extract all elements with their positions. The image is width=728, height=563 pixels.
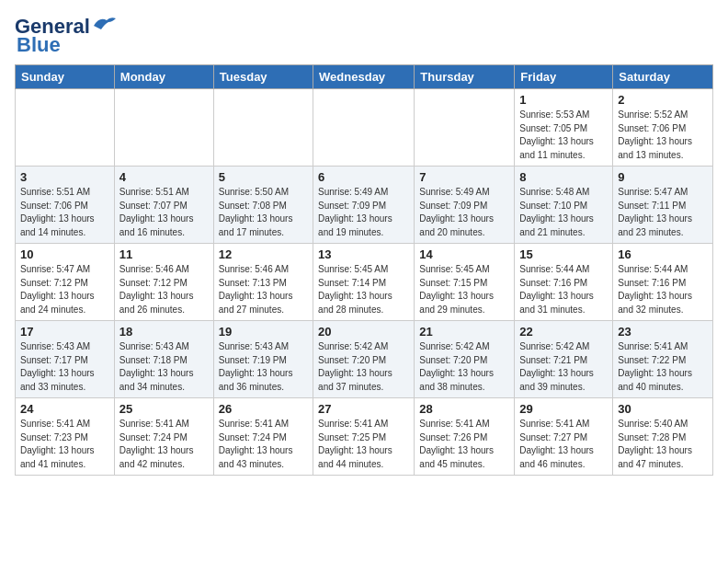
day-number: 24 bbox=[20, 402, 109, 416]
day-info: Sunrise: 5:49 AM Sunset: 7:09 PM Dayligh… bbox=[318, 186, 409, 239]
calendar-day-cell: 24Sunrise: 5:41 AM Sunset: 7:23 PM Dayli… bbox=[16, 398, 115, 476]
day-info: Sunrise: 5:45 AM Sunset: 7:15 PM Dayligh… bbox=[419, 263, 509, 316]
logo: General Blue bbox=[15, 15, 118, 57]
weekday-header-wednesday: Wednesday bbox=[313, 65, 415, 89]
calendar-header-row: SundayMondayTuesdayWednesdayThursdayFrid… bbox=[16, 65, 713, 89]
calendar-week-row: 24Sunrise: 5:41 AM Sunset: 7:23 PM Dayli… bbox=[16, 398, 713, 476]
day-number: 2 bbox=[618, 93, 708, 107]
day-number: 13 bbox=[318, 247, 409, 261]
calendar-day-cell: 22Sunrise: 5:42 AM Sunset: 7:21 PM Dayli… bbox=[515, 321, 613, 398]
calendar-day-cell: 8Sunrise: 5:48 AM Sunset: 7:10 PM Daylig… bbox=[515, 167, 613, 244]
day-info: Sunrise: 5:43 AM Sunset: 7:18 PM Dayligh… bbox=[119, 340, 209, 394]
day-number: 25 bbox=[119, 402, 209, 416]
day-number: 29 bbox=[519, 402, 608, 416]
day-info: Sunrise: 5:41 AM Sunset: 7:25 PM Dayligh… bbox=[318, 418, 409, 471]
day-info: Sunrise: 5:41 AM Sunset: 7:24 PM Dayligh… bbox=[219, 418, 308, 471]
weekday-header-monday: Monday bbox=[114, 65, 213, 89]
calendar-day-cell: 7Sunrise: 5:49 AM Sunset: 7:09 PM Daylig… bbox=[415, 167, 515, 244]
calendar-day-cell: 14Sunrise: 5:45 AM Sunset: 7:15 PM Dayli… bbox=[415, 244, 515, 321]
day-number: 27 bbox=[318, 402, 409, 416]
day-info: Sunrise: 5:47 AM Sunset: 7:12 PM Dayligh… bbox=[20, 263, 109, 316]
day-number: 9 bbox=[618, 170, 708, 184]
day-info: Sunrise: 5:45 AM Sunset: 7:14 PM Dayligh… bbox=[318, 263, 409, 316]
day-info: Sunrise: 5:49 AM Sunset: 7:09 PM Dayligh… bbox=[419, 186, 509, 239]
day-number: 11 bbox=[119, 247, 209, 261]
day-info: Sunrise: 5:48 AM Sunset: 7:10 PM Dayligh… bbox=[519, 186, 608, 239]
day-info: Sunrise: 5:51 AM Sunset: 7:06 PM Dayligh… bbox=[20, 186, 109, 239]
day-number: 28 bbox=[419, 402, 509, 416]
calendar-day-cell bbox=[16, 89, 115, 167]
day-number: 23 bbox=[618, 325, 708, 339]
calendar-day-cell: 13Sunrise: 5:45 AM Sunset: 7:14 PM Dayli… bbox=[313, 244, 415, 321]
day-number: 21 bbox=[419, 325, 509, 339]
calendar-day-cell: 12Sunrise: 5:46 AM Sunset: 7:13 PM Dayli… bbox=[213, 244, 313, 321]
day-info: Sunrise: 5:44 AM Sunset: 7:16 PM Dayligh… bbox=[618, 263, 708, 316]
day-number: 12 bbox=[219, 247, 308, 261]
day-number: 17 bbox=[20, 325, 109, 339]
day-info: Sunrise: 5:43 AM Sunset: 7:17 PM Dayligh… bbox=[20, 340, 109, 394]
logo-text-blue: Blue bbox=[17, 33, 61, 57]
calendar-day-cell: 4Sunrise: 5:51 AM Sunset: 7:07 PM Daylig… bbox=[114, 167, 213, 244]
calendar-day-cell: 11Sunrise: 5:46 AM Sunset: 7:12 PM Dayli… bbox=[114, 244, 213, 321]
calendar-day-cell: 30Sunrise: 5:40 AM Sunset: 7:28 PM Dayli… bbox=[613, 398, 713, 476]
day-info: Sunrise: 5:42 AM Sunset: 7:20 PM Dayligh… bbox=[318, 340, 409, 394]
day-number: 4 bbox=[119, 170, 209, 184]
day-number: 16 bbox=[618, 247, 708, 261]
calendar-day-cell bbox=[213, 89, 313, 167]
day-number: 18 bbox=[119, 325, 209, 339]
weekday-header-saturday: Saturday bbox=[613, 65, 713, 89]
calendar-day-cell: 1Sunrise: 5:53 AM Sunset: 7:05 PM Daylig… bbox=[515, 89, 613, 167]
calendar-week-row: 1Sunrise: 5:53 AM Sunset: 7:05 PM Daylig… bbox=[16, 89, 713, 167]
day-info: Sunrise: 5:41 AM Sunset: 7:22 PM Dayligh… bbox=[618, 340, 708, 394]
day-number: 26 bbox=[219, 402, 308, 416]
calendar-day-cell: 18Sunrise: 5:43 AM Sunset: 7:18 PM Dayli… bbox=[114, 321, 213, 398]
calendar-day-cell: 6Sunrise: 5:49 AM Sunset: 7:09 PM Daylig… bbox=[313, 167, 415, 244]
day-info: Sunrise: 5:44 AM Sunset: 7:16 PM Dayligh… bbox=[519, 263, 608, 316]
calendar-day-cell: 28Sunrise: 5:41 AM Sunset: 7:26 PM Dayli… bbox=[415, 398, 515, 476]
calendar-day-cell bbox=[313, 89, 415, 167]
weekday-header-friday: Friday bbox=[515, 65, 613, 89]
day-info: Sunrise: 5:46 AM Sunset: 7:13 PM Dayligh… bbox=[219, 263, 308, 316]
day-info: Sunrise: 5:43 AM Sunset: 7:19 PM Dayligh… bbox=[219, 340, 308, 394]
day-number: 10 bbox=[20, 247, 109, 261]
calendar-day-cell: 5Sunrise: 5:50 AM Sunset: 7:08 PM Daylig… bbox=[213, 167, 313, 244]
calendar-day-cell: 25Sunrise: 5:41 AM Sunset: 7:24 PM Dayli… bbox=[114, 398, 213, 476]
weekday-header-sunday: Sunday bbox=[16, 65, 115, 89]
bird-icon bbox=[92, 15, 118, 33]
calendar-day-cell: 19Sunrise: 5:43 AM Sunset: 7:19 PM Dayli… bbox=[213, 321, 313, 398]
day-info: Sunrise: 5:41 AM Sunset: 7:26 PM Dayligh… bbox=[419, 418, 509, 471]
calendar-week-row: 10Sunrise: 5:47 AM Sunset: 7:12 PM Dayli… bbox=[16, 244, 713, 321]
day-number: 15 bbox=[519, 247, 608, 261]
day-info: Sunrise: 5:52 AM Sunset: 7:06 PM Dayligh… bbox=[618, 109, 708, 162]
calendar-table: SundayMondayTuesdayWednesdayThursdayFrid… bbox=[15, 64, 713, 476]
day-number: 5 bbox=[219, 170, 308, 184]
calendar-day-cell: 16Sunrise: 5:44 AM Sunset: 7:16 PM Dayli… bbox=[613, 244, 713, 321]
calendar-day-cell: 20Sunrise: 5:42 AM Sunset: 7:20 PM Dayli… bbox=[313, 321, 415, 398]
day-number: 7 bbox=[419, 170, 509, 184]
day-info: Sunrise: 5:41 AM Sunset: 7:23 PM Dayligh… bbox=[20, 418, 109, 471]
calendar-day-cell: 27Sunrise: 5:41 AM Sunset: 7:25 PM Dayli… bbox=[313, 398, 415, 476]
calendar-day-cell: 2Sunrise: 5:52 AM Sunset: 7:06 PM Daylig… bbox=[613, 89, 713, 167]
calendar-week-row: 3Sunrise: 5:51 AM Sunset: 7:06 PM Daylig… bbox=[16, 167, 713, 244]
day-info: Sunrise: 5:50 AM Sunset: 7:08 PM Dayligh… bbox=[219, 186, 308, 239]
calendar-day-cell: 21Sunrise: 5:42 AM Sunset: 7:20 PM Dayli… bbox=[415, 321, 515, 398]
day-number: 6 bbox=[318, 170, 409, 184]
day-info: Sunrise: 5:42 AM Sunset: 7:20 PM Dayligh… bbox=[419, 340, 509, 394]
day-number: 3 bbox=[20, 170, 109, 184]
day-number: 14 bbox=[419, 247, 509, 261]
calendar-body: 1Sunrise: 5:53 AM Sunset: 7:05 PM Daylig… bbox=[16, 89, 713, 476]
day-info: Sunrise: 5:40 AM Sunset: 7:28 PM Dayligh… bbox=[618, 418, 708, 471]
day-number: 20 bbox=[318, 325, 409, 339]
day-info: Sunrise: 5:51 AM Sunset: 7:07 PM Dayligh… bbox=[119, 186, 209, 239]
calendar-day-cell: 23Sunrise: 5:41 AM Sunset: 7:22 PM Dayli… bbox=[613, 321, 713, 398]
day-info: Sunrise: 5:53 AM Sunset: 7:05 PM Dayligh… bbox=[519, 109, 608, 162]
day-info: Sunrise: 5:41 AM Sunset: 7:24 PM Dayligh… bbox=[119, 418, 209, 471]
day-number: 19 bbox=[219, 325, 308, 339]
calendar-day-cell: 17Sunrise: 5:43 AM Sunset: 7:17 PM Dayli… bbox=[16, 321, 115, 398]
calendar-day-cell bbox=[415, 89, 515, 167]
calendar-day-cell: 3Sunrise: 5:51 AM Sunset: 7:06 PM Daylig… bbox=[16, 167, 115, 244]
day-number: 22 bbox=[519, 325, 608, 339]
day-number: 1 bbox=[519, 93, 608, 107]
calendar-week-row: 17Sunrise: 5:43 AM Sunset: 7:17 PM Dayli… bbox=[16, 321, 713, 398]
calendar-day-cell: 10Sunrise: 5:47 AM Sunset: 7:12 PM Dayli… bbox=[16, 244, 115, 321]
